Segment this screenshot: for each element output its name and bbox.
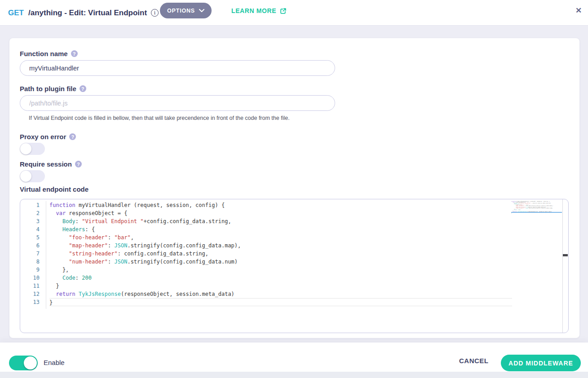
code-line[interactable]: "num-header": JSON.stringify(config.conf… bbox=[49, 258, 562, 266]
gutter-line-number: 7 bbox=[20, 250, 46, 258]
page-bottom-strip bbox=[0, 372, 588, 378]
gutter-line-number: 1 bbox=[20, 201, 46, 209]
plugin-path-input[interactable] bbox=[20, 95, 335, 111]
proxy-on-error-label: Proxy on error ? bbox=[20, 133, 76, 141]
learn-more-label: LEARN MORE bbox=[231, 7, 276, 14]
minimap-cursor-line bbox=[511, 212, 562, 213]
enable-toggle[interactable] bbox=[9, 356, 38, 370]
plugin-path-label-text: Path to plugin file bbox=[20, 85, 76, 92]
edit-middleware-panel: Function name ? Path to plugin file ? If… bbox=[9, 38, 579, 338]
gutter-line-number: 8 bbox=[20, 258, 46, 266]
close-icon[interactable]: ✕ bbox=[573, 5, 584, 16]
virtual-endpoint-code-label-text: Virtual endpoint code bbox=[20, 185, 88, 193]
proxy-on-error-toggle[interactable] bbox=[20, 143, 45, 155]
learn-more-link[interactable]: LEARN MORE bbox=[231, 0, 287, 22]
help-icon[interactable]: ? bbox=[69, 133, 76, 140]
endpoint-title: GET /anything - Edit: Virtual Endpoint i bbox=[8, 0, 159, 26]
toggle-knob bbox=[20, 171, 31, 182]
code-line[interactable]: return TykJsResponse(responseObject, ses… bbox=[49, 290, 562, 298]
header-bar: GET /anything - Edit: Virtual Endpoint i… bbox=[0, 0, 588, 26]
require-session-label-text: Require session bbox=[20, 160, 72, 168]
chevron-down-icon bbox=[199, 9, 204, 13]
plugin-path-helper-text: If Virtual Endpoint code is filled in be… bbox=[29, 115, 290, 121]
code-line[interactable]: }, bbox=[49, 266, 562, 274]
enable-label: Enable bbox=[44, 359, 65, 366]
help-icon[interactable]: ? bbox=[80, 85, 86, 92]
gutter-line-number: 4 bbox=[20, 225, 46, 233]
code-line[interactable]: } bbox=[49, 282, 562, 290]
toggle-knob bbox=[20, 143, 31, 154]
code-line[interactable]: Headers: { bbox=[49, 225, 562, 233]
gutter-line-number: 10 bbox=[20, 274, 46, 282]
cancel-button[interactable]: CANCEL bbox=[459, 357, 489, 365]
gutter-line-number: 13 bbox=[20, 298, 46, 306]
options-button[interactable]: OPTIONS bbox=[160, 3, 212, 18]
require-session-toggle[interactable] bbox=[20, 170, 45, 182]
add-middleware-button[interactable]: ADD MIDDLEWARE bbox=[501, 355, 581, 371]
gutter-line-number: 12 bbox=[20, 290, 46, 298]
editor-code[interactable]: function myVirtualHandler (request, sess… bbox=[49, 201, 562, 306]
http-method-badge: GET bbox=[8, 9, 24, 18]
code-line[interactable]: "foo-header": "bar", bbox=[49, 233, 562, 242]
function-name-label: Function name ? bbox=[20, 50, 78, 57]
proxy-on-error-label-text: Proxy on error bbox=[20, 133, 66, 141]
virtual-endpoint-code-label: Virtual endpoint code bbox=[20, 185, 88, 193]
function-name-input[interactable] bbox=[20, 60, 335, 76]
gutter-line-number: 9 bbox=[20, 266, 46, 274]
help-icon[interactable]: ? bbox=[71, 50, 78, 57]
gutter-divider bbox=[46, 201, 46, 309]
code-line[interactable]: "string-header": config.config_data.stri… bbox=[49, 250, 562, 258]
function-name-label-text: Function name bbox=[20, 50, 68, 57]
code-line[interactable]: var responseObject = { bbox=[49, 209, 562, 217]
options-button-label: OPTIONS bbox=[167, 8, 195, 14]
info-icon[interactable]: i bbox=[151, 9, 159, 17]
gutter-line-number: 3 bbox=[20, 217, 46, 225]
gutter-line-number: 6 bbox=[20, 242, 46, 250]
gutter-line-number: 2 bbox=[20, 209, 46, 217]
minimap-content: function myVirtualHandler (request, sess… bbox=[511, 201, 562, 213]
editor-gutter: 12345678910111213 bbox=[20, 201, 46, 306]
plugin-path-label: Path to plugin file ? bbox=[20, 85, 86, 92]
code-line[interactable]: Code: 200 bbox=[49, 274, 562, 282]
code-line[interactable]: Body: "Virtual Endpoint "+config.config_… bbox=[49, 217, 562, 225]
editor-scrollbar-track bbox=[562, 199, 563, 333]
code-line[interactable]: "map-header": JSON.stringify(config.conf… bbox=[49, 242, 562, 250]
require-session-label: Require session ? bbox=[20, 160, 82, 168]
code-editor[interactable]: 12345678910111213 function myVirtualHand… bbox=[20, 199, 569, 333]
toggle-knob bbox=[24, 356, 37, 369]
page-title: /anything - Edit: Virtual Endpoint bbox=[28, 9, 147, 18]
external-link-icon bbox=[280, 8, 287, 14]
code-line[interactable]: } bbox=[49, 298, 512, 306]
gutter-line-number: 5 bbox=[20, 233, 46, 242]
help-icon[interactable]: ? bbox=[75, 161, 82, 167]
gutter-line-number: 11 bbox=[20, 282, 46, 290]
code-line[interactable]: function myVirtualHandler (request, sess… bbox=[49, 201, 562, 209]
editor-scrollbar-thumb[interactable] bbox=[563, 254, 568, 256]
